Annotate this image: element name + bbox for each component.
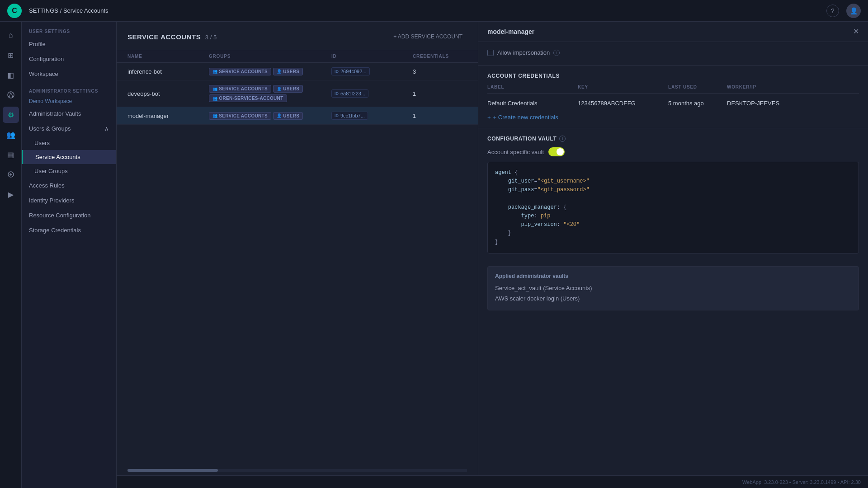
tag-service-accounts: 👥SERVICE ACCOUNTS [209, 112, 271, 120]
svg-line-4 [11, 93, 13, 96]
user-avatar-button[interactable]: 👤 [846, 4, 861, 18]
nav-users[interactable]: 👥 [3, 127, 19, 143]
detail-panel: model-manager ✕ Allow impersonation i AC… [478, 22, 868, 475]
user-settings-label: USER SETTINGS [22, 22, 116, 37]
nav-integrations[interactable] [3, 166, 19, 183]
sidebar-item-configuration[interactable]: Configuration [22, 52, 116, 66]
credentials-section: ACCOUNT CREDENTIALS LABEL KEY LAST USED … [478, 65, 868, 128]
footer: WebApp: 3.23.0-223 • Server: 3.23.0.1499… [117, 475, 868, 488]
main-layout: ⌂ ⊞ ◧ ⚙ 👥 ▦ ▶ USER SETTINGS Pr [0, 22, 868, 488]
table-scrollbar-thumb[interactable] [127, 469, 218, 472]
nav-network[interactable] [3, 87, 19, 103]
top-bar: C SETTINGS / Service Accounts ? 👤 [0, 0, 868, 22]
cred-key: 123456789ABCDEFG [578, 100, 668, 107]
tag-users: 👤USERS [273, 68, 303, 75]
sidebar-item-workspace[interactable]: Workspace [22, 66, 116, 81]
vault-section: CONFIGURATION VAULT i Account specific v… [478, 128, 868, 261]
row-credentials: 3 [413, 68, 467, 75]
row-id: ID 2694c092... [331, 67, 413, 75]
admin-vaults-title: Applied administrator vaults [495, 273, 851, 279]
nav-dashboard[interactable]: ⊞ [3, 47, 19, 63]
create-credentials-link[interactable]: + + Create new credentials [487, 114, 558, 121]
creds-row[interactable]: Default Credentials 123456789ABCDEFG 5 m… [487, 97, 859, 109]
sidebar-item-access-rules[interactable]: Access Rules [22, 178, 116, 193]
sidebar-item-identity-providers[interactable]: Identity Providers [22, 193, 116, 208]
content-area: SERVICE ACCOUNTS 3 / 5 + ADD SERVICE ACC… [117, 22, 868, 488]
admin-vault-item: AWS scaler docker login (Users) [495, 293, 851, 304]
credentials-table: LABEL KEY LAST USED WORKER/IP Default Cr… [487, 84, 859, 109]
sidebar-sub-service-accounts[interactable]: Service Accounts [22, 150, 116, 164]
row-name: deveops-bot [127, 90, 209, 97]
sidebar-sub-user-groups[interactable]: User Groups [22, 164, 116, 178]
allow-impersonation-checkbox[interactable] [487, 50, 494, 56]
admin-vaults-box: Applied administrator vaults Service_act… [487, 266, 859, 311]
tag-oren: 👥OREN-SERVICES-ACCOUNT [209, 94, 287, 102]
close-detail-button[interactable]: ✕ [853, 28, 859, 35]
sidebar-item-resource-configuration[interactable]: Resource Configuration [22, 208, 116, 223]
add-service-account-button[interactable]: + ADD SERVICE ACCOUNT [389, 31, 467, 42]
vault-code-block[interactable]: agent { git_user="<git_username>" git_pa… [487, 162, 859, 253]
tag-service-accounts: 👥SERVICE ACCOUNTS [209, 68, 271, 75]
allow-impersonation-row: Allow impersonation i [487, 49, 859, 56]
col-credentials: CREDENTIALS [413, 54, 467, 59]
nav-deploy[interactable]: ▶ [3, 186, 19, 202]
creds-col-worker: WORKER/IP [727, 84, 859, 89]
cred-worker: DESKTOP-JEEVES [727, 100, 859, 107]
table-header: NAME GROUPS ID CREDENTIALS [117, 50, 478, 63]
detail-title: model-manager [487, 28, 534, 35]
row-name: inference-bot [127, 68, 209, 75]
cred-label: Default Credentials [487, 100, 578, 107]
credentials-heading: ACCOUNT CREDENTIALS [487, 73, 859, 79]
tag-users: 👤USERS [273, 112, 303, 120]
creds-col-key: KEY [578, 84, 668, 89]
row-id: ID 9cc1fbb7... [331, 112, 413, 120]
impersonation-info-icon: i [553, 50, 560, 56]
table-section: SERVICE ACCOUNTS 3 / 5 + ADD SERVICE ACC… [117, 22, 478, 475]
sidebar-item-storage-credentials[interactable]: Storage Credentials [22, 223, 116, 238]
row-credentials: 1 [413, 90, 467, 97]
table-row[interactable]: inference-bot 👥SERVICE ACCOUNTS 👤USERS I… [117, 63, 478, 80]
nav-home[interactable]: ⌂ [3, 27, 19, 43]
impersonation-section: Allow impersonation i [478, 42, 868, 65]
row-credentials: 1 [413, 113, 467, 119]
sidebar-group-users-groups[interactable]: Users & Groups ∧ [22, 121, 116, 136]
sidebar-item-profile[interactable]: Profile [22, 37, 116, 52]
row-groups: 👥SERVICE ACCOUNTS 👤USERS [209, 112, 331, 120]
vault-info-icon: i [559, 136, 566, 142]
admin-settings-label: ADMINISTRATOR SETTINGS [22, 81, 116, 96]
help-button[interactable]: ? [826, 5, 839, 17]
tag-users: 👤USERS [273, 85, 303, 93]
sidebar-sub-users[interactable]: Users [22, 136, 116, 150]
breadcrumb: SETTINGS / Service Accounts [29, 7, 108, 14]
table-scrollbar-track[interactable] [127, 469, 467, 472]
page-title: SERVICE ACCOUNTS 3 / 5 [127, 33, 217, 41]
icon-sidebar: ⌂ ⊞ ◧ ⚙ 👥 ▦ ▶ [0, 22, 22, 488]
table-row[interactable]: model-manager 👥SERVICE ACCOUNTS 👤USERS I… [117, 107, 478, 125]
chevron-up-icon: ∧ [104, 125, 109, 132]
nav-layers[interactable]: ◧ [3, 67, 19, 83]
sidebar-item-admin-vaults[interactable]: Administrator Vaults [22, 106, 116, 121]
vault-toggle-row: Account specific vault [487, 147, 859, 156]
col-id: ID [331, 54, 413, 59]
row-groups: 👥SERVICE ACCOUNTS 👤USERS 👥OREN-SERVICES-… [209, 85, 331, 102]
row-name: model-manager [127, 113, 209, 119]
row-groups: 👥SERVICE ACCOUNTS 👤USERS [209, 68, 331, 75]
col-name: NAME [127, 54, 209, 59]
creds-table-header: LABEL KEY LAST USED WORKER/IP [487, 84, 859, 94]
vault-section-heading: CONFIGURATION VAULT i [487, 136, 859, 142]
nav-settings[interactable]: ⚙ [3, 107, 19, 123]
creds-col-label: LABEL [487, 84, 578, 89]
vault-toggle[interactable] [548, 147, 565, 156]
app-logo: C [7, 4, 22, 18]
detail-header: model-manager ✕ [478, 22, 868, 42]
top-bar-right: ? 👤 [826, 4, 861, 18]
tag-service-accounts: 👥SERVICE ACCOUNTS [209, 85, 271, 93]
demo-workspace-label[interactable]: Demo Workspace [22, 96, 116, 106]
page-header: SERVICE ACCOUNTS 3 / 5 + ADD SERVICE ACC… [117, 22, 478, 50]
table-row[interactable]: deveops-bot 👥SERVICE ACCOUNTS 👤USERS 👥OR… [117, 80, 478, 107]
nav-data[interactable]: ▦ [3, 146, 19, 163]
settings-sidebar: USER SETTINGS Profile Configuration Work… [22, 22, 117, 488]
creds-col-last-used: LAST USED [668, 84, 727, 89]
admin-vault-item: Service_act_vault (Service Accounts) [495, 283, 851, 293]
content-split: SERVICE ACCOUNTS 3 / 5 + ADD SERVICE ACC… [117, 22, 868, 475]
